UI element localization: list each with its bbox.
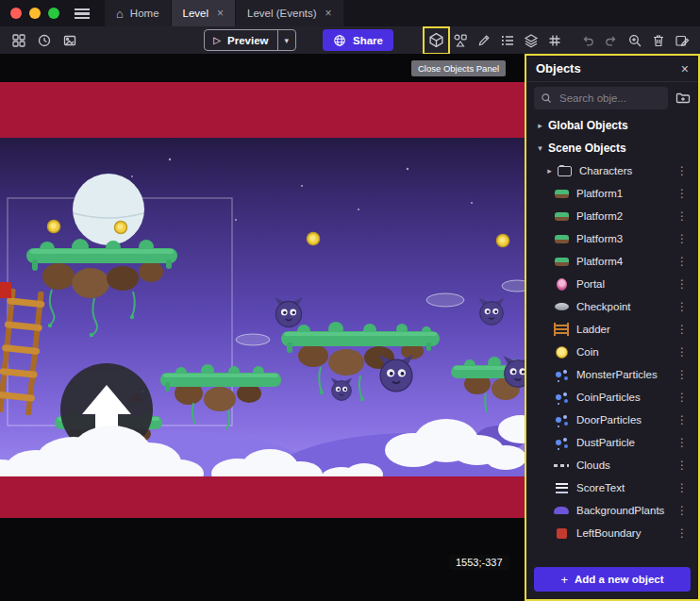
add-object-label: Add a new object — [575, 574, 664, 585]
boundary-icon — [553, 526, 570, 541]
layers-button[interactable] — [520, 29, 542, 52]
layers-icon — [524, 33, 539, 48]
zoom-window-button[interactable] — [48, 8, 59, 19]
object-item-platform3[interactable]: Platform3 ⋮ — [526, 227, 698, 250]
gdevelop-window: ⌂ Home Level × Level (Events) × — [0, 0, 700, 601]
tab-home[interactable]: ⌂ Home — [105, 0, 171, 26]
screenshot-button[interactable] — [58, 29, 80, 52]
edit-scene-icon — [675, 33, 690, 48]
object-menu-button[interactable]: ⋮ — [674, 164, 691, 177]
object-menu-button[interactable]: ⋮ — [674, 323, 691, 336]
share-label: Share — [353, 35, 383, 46]
undo-button[interactable] — [576, 29, 598, 52]
search-box[interactable] — [534, 87, 668, 109]
object-item-clouds[interactable]: Clouds ⋮ — [526, 454, 698, 476]
object-item-backgroundplants[interactable]: BackgroundPlants ⋮ — [526, 499, 698, 522]
object-menu-button[interactable]: ⋮ — [674, 345, 691, 359]
grid-icon — [547, 33, 562, 48]
search-input[interactable] — [558, 92, 661, 105]
scene-properties-button[interactable] — [671, 29, 692, 52]
plants-icon — [553, 503, 570, 518]
grid-button[interactable] — [543, 29, 565, 52]
toolbar-left-group — [8, 29, 80, 52]
scene-bottom-band — [0, 476, 525, 518]
preview-options-button[interactable]: ▾ — [278, 36, 296, 45]
object-item-platform1[interactable]: Platform1 ⋮ — [526, 182, 698, 205]
object-menu-button[interactable]: ⋮ — [674, 413, 691, 426]
object-menu-button[interactable]: ⋮ — [674, 277, 691, 291]
tab-level-events[interactable]: Level (Events) × — [236, 0, 343, 26]
folder-label: Characters — [579, 165, 674, 176]
tab-label: Level (Events) — [247, 8, 317, 19]
titlebar: ⌂ Home Level × Level (Events) × — [0, 0, 700, 26]
object-menu-button[interactable]: ⋮ — [674, 187, 691, 200]
tab-label: Home — [130, 8, 159, 19]
objects-panel-header: Objects × — [526, 56, 698, 82]
object-item-portal[interactable]: Portal ⋮ — [526, 273, 698, 295]
particles-icon — [553, 435, 570, 450]
object-menu-button[interactable]: ⋮ — [674, 436, 691, 449]
particles-icon — [553, 367, 570, 382]
object-label: LeftBoundary — [576, 527, 674, 539]
instances-list-button[interactable] — [496, 29, 518, 52]
properties-button[interactable] — [473, 29, 494, 52]
object-item-checkpoint[interactable]: Checkpoint ⋮ — [526, 295, 698, 318]
folder-characters[interactable]: ▸ Characters ⋮ — [526, 159, 698, 182]
object-item-coin[interactable]: Coin ⋮ — [526, 341, 698, 363]
project-manager-button[interactable] — [8, 29, 29, 52]
object-item-platform2[interactable]: Platform2 ⋮ — [526, 205, 698, 227]
folder-icon — [556, 163, 573, 178]
group-scene-objects[interactable]: ▾ Scene Objects — [526, 137, 698, 159]
objects-panel-button[interactable] — [425, 29, 447, 52]
object-item-platform4[interactable]: Platform4 ⋮ — [526, 250, 698, 273]
object-item-coinparticles[interactable]: CoinParticles ⋮ — [526, 386, 698, 409]
object-label: Platform4 — [576, 256, 674, 267]
left-boundary-instance[interactable] — [0, 282, 11, 298]
object-menu-button[interactable]: ⋮ — [674, 209, 691, 223]
add-new-object-button[interactable]: + Add a new object — [534, 567, 691, 592]
zoom-button[interactable] — [624, 29, 645, 52]
clouds-icon — [553, 458, 570, 473]
scene-editor-canvas[interactable] — [0, 54, 525, 601]
pencil-icon — [476, 33, 492, 48]
object-item-doorparticles[interactable]: DoorParticles ⋮ — [526, 409, 698, 431]
object-item-leftboundary[interactable]: LeftBoundary ⋮ — [526, 522, 698, 544]
redo-button[interactable] — [600, 29, 622, 52]
object-item-scoretext[interactable]: ScoreText ⋮ — [526, 476, 698, 499]
portal-icon — [553, 276, 570, 292]
object-menu-button[interactable]: ⋮ — [674, 391, 691, 404]
object-menu-button[interactable]: ⋮ — [674, 368, 691, 381]
platform-icon — [553, 186, 570, 201]
object-menu-button[interactable]: ⋮ — [674, 300, 691, 313]
balloon-instance[interactable] — [73, 174, 144, 245]
object-menu-button[interactable]: ⋮ — [674, 526, 691, 540]
clock-icon — [37, 33, 52, 48]
close-tab-icon[interactable]: × — [325, 7, 332, 20]
home-icon: ⌂ — [116, 8, 124, 20]
object-item-monsterparticles[interactable]: MonsterParticles ⋮ — [526, 363, 698, 386]
preview-button[interactable]: ▷ Preview ▾ — [204, 29, 296, 51]
history-button[interactable] — [33, 29, 55, 52]
tab-level[interactable]: Level × — [172, 0, 236, 26]
add-folder-button[interactable] — [675, 91, 691, 106]
close-window-button[interactable] — [10, 8, 22, 19]
close-panel-button[interactable]: × — [681, 61, 689, 76]
checkpoint-icon — [553, 299, 570, 314]
object-item-ladder[interactable]: Ladder ⋮ — [526, 318, 698, 341]
close-tab-icon[interactable]: × — [217, 7, 224, 20]
play-icon: ▷ — [213, 35, 221, 45]
object-menu-button[interactable]: ⋮ — [674, 504, 691, 517]
object-menu-button[interactable]: ⋮ — [674, 459, 691, 472]
object-groups-button[interactable] — [449, 29, 471, 52]
object-menu-button[interactable]: ⋮ — [674, 232, 691, 245]
tab-label: Level — [183, 8, 209, 19]
delete-button[interactable] — [647, 29, 669, 52]
minimize-window-button[interactable] — [29, 8, 41, 19]
object-menu-button[interactable]: ⋮ — [674, 255, 691, 268]
menu-icon[interactable] — [75, 8, 90, 19]
group-global-objects[interactable]: ▸ Global Objects — [526, 114, 698, 137]
object-menu-button[interactable]: ⋮ — [674, 481, 691, 494]
objects-panel: Objects × ▸ Global Objects ▾ Scene Objec… — [525, 54, 700, 601]
share-button[interactable]: Share — [323, 29, 393, 51]
object-item-dustparticle[interactable]: DustParticle ⋮ — [526, 431, 698, 454]
